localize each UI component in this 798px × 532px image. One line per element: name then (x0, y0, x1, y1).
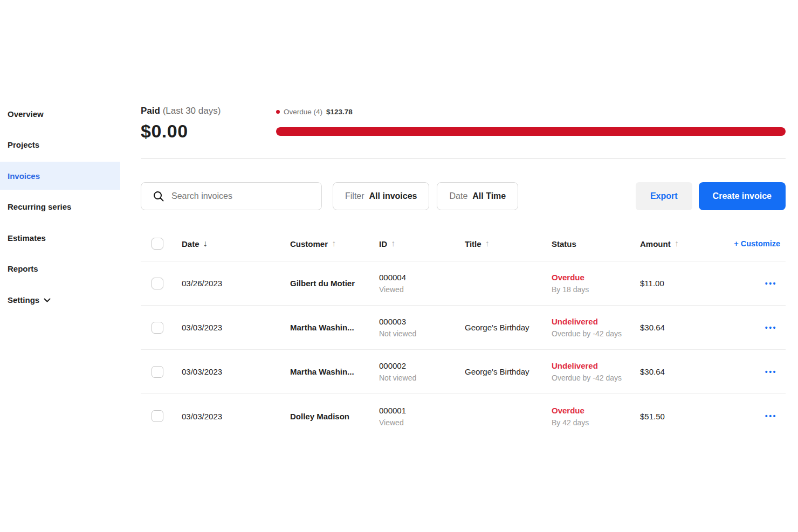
row-select-cell (141, 366, 182, 378)
cell-amount: $51.50 (640, 412, 726, 421)
cell-status-detail: By 42 days (552, 418, 640, 427)
sidebar-item-label: Invoices (8, 171, 40, 181)
column-header-date[interactable]: Date ↓ (182, 239, 290, 248)
sort-arrow-icon: ↑ (485, 239, 490, 248)
overdue-dot-icon (276, 110, 280, 114)
date-value: All Time (472, 191, 506, 201)
cell-status-detail: Overdue by -42 days (552, 374, 640, 382)
cell-date: 03/26/2023 (182, 279, 290, 288)
overdue-legend: Overdue (4) $123.78 (276, 108, 786, 116)
sidebar-item-label: Settings (8, 295, 39, 305)
overdue-progress-bar (276, 127, 786, 136)
column-header-status[interactable]: Status (552, 239, 640, 248)
sidebar-item-overview[interactable]: Overview (0, 100, 120, 128)
column-header-customer[interactable]: Customer ↑ (290, 239, 379, 248)
create-invoice-button[interactable]: Create invoice (699, 182, 786, 210)
sidebar-item-reports[interactable]: Reports (0, 255, 120, 283)
column-header-id[interactable]: ID ↑ (379, 239, 465, 248)
sort-arrow-icon: ↑ (675, 239, 679, 248)
cell-status-detail: Overdue by -42 days (552, 329, 640, 338)
search-icon (153, 191, 164, 202)
cell-status: Overdue By 42 days (552, 406, 640, 427)
sidebar-item-invoices[interactable]: Invoices (0, 162, 120, 190)
sidebar-item-settings[interactable]: Settings (0, 286, 120, 314)
overdue-summary: Overdue (4) $123.78 (276, 108, 786, 136)
cell-id-status: Not viewed (379, 374, 465, 382)
cell-title: George's Birthday (465, 367, 552, 376)
cell-id-status: Viewed (379, 285, 465, 294)
sidebar-item-label: Projects (8, 140, 39, 149)
date-label: Date (449, 191, 467, 201)
sidebar-item-label: Reports (8, 264, 38, 273)
cell-customer: Gilbert du Motier (290, 279, 379, 288)
row-checkbox[interactable] (152, 366, 163, 378)
cell-amount: $11.00 (640, 279, 726, 288)
main-content: Paid (Last 30 days) $0.00 Overdue (4) $1… (141, 0, 786, 532)
cell-id-status: Not viewed (379, 329, 465, 338)
cell-customer: Martha Washin... (290, 323, 379, 332)
row-checkbox[interactable] (152, 410, 163, 422)
filter-value: All invoices (369, 191, 417, 201)
column-header-amount[interactable]: Amount ↑ (640, 239, 726, 248)
row-checkbox[interactable] (152, 278, 163, 289)
paid-period-label: (Last 30 days) (163, 106, 221, 116)
sidebar-item-estimates[interactable]: Estimates (0, 224, 120, 252)
overdue-legend-amount: $123.78 (326, 108, 353, 116)
date-dropdown[interactable]: Date All Time (437, 182, 518, 210)
table-row[interactable]: 03/03/2023 Dolley Madison 000001 Viewed … (141, 394, 786, 438)
cell-date: 03/03/2023 (182, 367, 290, 376)
search-input[interactable] (171, 191, 313, 201)
cell-id: 000004 Viewed (379, 273, 465, 294)
table-row[interactable]: 03/03/2023 Martha Washin... 000003 Not v… (141, 306, 786, 350)
row-menu-cell: ••• (765, 323, 786, 333)
sidebar-item-recurring-series[interactable]: Recurring series (0, 193, 120, 221)
filter-dropdown[interactable]: Filter All invoices (333, 182, 429, 210)
sidebar-item-label: Overview (8, 109, 44, 119)
row-select-cell (141, 322, 182, 334)
row-menu-button[interactable]: ••• (765, 412, 777, 420)
select-all-cell (141, 238, 182, 250)
invoices-page: Overview Projects Invoices Recurring ser… (0, 0, 798, 532)
cell-status-detail: By 18 days (552, 285, 640, 294)
cell-title: George's Birthday (465, 323, 552, 332)
cell-date: 03/03/2023 (182, 412, 290, 421)
paid-label: Paid (141, 106, 160, 116)
row-checkbox[interactable] (152, 322, 163, 334)
sidebar-item-projects[interactable]: Projects (0, 131, 120, 159)
table-header: Date ↓ Customer ↑ ID ↑ Title ↑ Status Am… (141, 226, 786, 261)
cell-amount: $30.64 (640, 323, 726, 332)
cell-id: 000003 Not viewed (379, 317, 465, 338)
section-divider (141, 158, 786, 159)
invoices-table: Date ↓ Customer ↑ ID ↑ Title ↑ Status Am… (141, 226, 786, 438)
cell-customer: Dolley Madison (290, 412, 379, 421)
row-select-cell (141, 278, 182, 289)
export-button[interactable]: Export (636, 182, 692, 210)
column-header-title[interactable]: Title ↑ (465, 239, 552, 248)
table-row[interactable]: 03/26/2023 Gilbert du Motier 000004 View… (141, 261, 786, 306)
overdue-legend-label: Overdue (4) (284, 108, 322, 116)
cell-date: 03/03/2023 (182, 323, 290, 332)
select-all-checkbox[interactable] (152, 238, 163, 250)
customize-columns-button[interactable]: + Customize (734, 239, 786, 248)
row-menu-button[interactable]: ••• (765, 323, 777, 332)
sort-arrow-icon: ↓ (203, 239, 208, 248)
paid-summary: Paid (Last 30 days) $0.00 (141, 106, 221, 142)
sidebar-item-label: Estimates (8, 233, 46, 243)
cell-customer: Martha Washin... (290, 367, 379, 376)
chevron-down-icon (44, 298, 51, 302)
cell-status: Overdue By 18 days (552, 273, 640, 294)
paid-heading: Paid (Last 30 days) (141, 106, 221, 116)
paid-amount: $0.00 (141, 121, 221, 142)
row-select-cell (141, 410, 182, 422)
cell-status: Undelivered Overdue by -42 days (552, 317, 640, 338)
search-box[interactable] (141, 182, 322, 210)
sidebar: Overview Projects Invoices Recurring ser… (0, 100, 120, 317)
table-body: 03/26/2023 Gilbert du Motier 000004 View… (141, 261, 786, 438)
table-row[interactable]: 03/03/2023 Martha Washin... 000002 Not v… (141, 350, 786, 394)
sort-arrow-icon: ↑ (391, 239, 395, 248)
cell-status: Undelivered Overdue by -42 days (552, 361, 640, 382)
sidebar-item-label: Recurring series (8, 202, 71, 211)
row-menu-button[interactable]: ••• (765, 368, 777, 376)
cell-id-status: Viewed (379, 418, 465, 427)
row-menu-button[interactable]: ••• (765, 279, 777, 288)
